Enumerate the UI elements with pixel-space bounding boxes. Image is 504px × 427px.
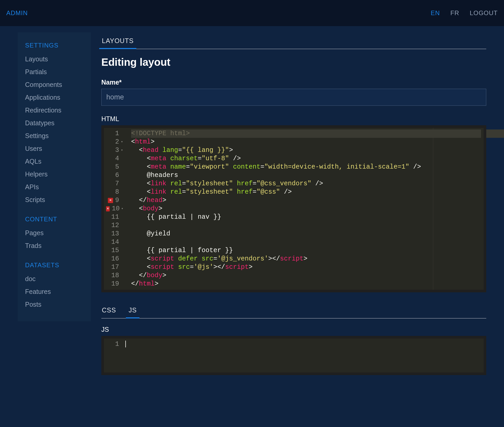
sidebar-item-doc[interactable]: doc	[25, 272, 84, 285]
sidebar-item-pages[interactable]: Pages	[25, 227, 84, 239]
error-icon: ✕	[108, 198, 113, 203]
tab-js[interactable]: JS	[128, 304, 137, 318]
sidebar-item-applications[interactable]: Applications	[25, 91, 84, 104]
sidebar-item-aqls[interactable]: AQLs	[25, 155, 84, 168]
error-icon: ✕	[106, 206, 110, 211]
topbar: ADMIN EN FR LOGOUT	[0, 0, 504, 26]
js-editor-code[interactable]	[122, 339, 484, 372]
sidebar-item-redirections[interactable]: Redirections	[25, 104, 84, 117]
fold-icon[interactable]: ▾	[121, 138, 123, 146]
sidebar-item-features[interactable]: Features	[25, 285, 84, 298]
sidebar-item-partials[interactable]: Partials	[25, 66, 84, 78]
print-margin	[433, 128, 433, 290]
sidebar-item-datatypes[interactable]: Datatypes	[25, 117, 84, 129]
sidebar-group-title: SETTINGS	[25, 42, 84, 49]
tab-layouts[interactable]: LAYOUTS	[101, 34, 134, 49]
name-label: Name*	[101, 79, 486, 86]
sidebar-item-trads[interactable]: Trads	[25, 239, 84, 252]
top-tabs: LAYOUTS	[101, 34, 486, 49]
sidebar-group-title: DATASETS	[25, 262, 84, 269]
js-editor[interactable]: 1	[101, 336, 486, 375]
lang-en[interactable]: EN	[431, 9, 440, 17]
main: LAYOUTS Editing layout Name* HTML 12▾3▾4…	[101, 32, 498, 375]
sidebar-group-title: CONTENT	[25, 216, 84, 223]
logout-link[interactable]: LOGOUT	[470, 9, 498, 17]
sidebar-item-posts[interactable]: Posts	[25, 298, 84, 311]
cursor-icon	[125, 341, 126, 347]
topnav: EN FR LOGOUT	[431, 9, 498, 17]
lang-fr[interactable]: FR	[450, 9, 459, 17]
html-editor[interactable]: 12▾3▾45678✕9✕10▾111213141516171819 <!DOC…	[101, 125, 486, 292]
fold-icon[interactable]: ▾	[121, 205, 123, 213]
sidebar-item-scripts[interactable]: Scripts	[25, 193, 84, 206]
sidebar-item-settings[interactable]: Settings	[25, 129, 84, 142]
editor-code[interactable]: <!DOCTYPE html><html> <head lang="{{ lan…	[126, 128, 484, 290]
js-label: JS	[101, 326, 486, 333]
sidebar-item-apis[interactable]: APIs	[25, 181, 84, 193]
name-input[interactable]	[101, 89, 486, 106]
js-editor-gutter: 1	[104, 339, 122, 372]
sidebar-item-helpers[interactable]: Helpers	[25, 168, 84, 181]
tab-css[interactable]: CSS	[101, 304, 116, 318]
html-label: HTML	[101, 115, 486, 123]
editor-gutter: 12▾3▾45678✕9✕10▾111213141516171819	[104, 128, 126, 290]
sidebar-item-layouts[interactable]: Layouts	[25, 53, 84, 66]
page-title: Editing layout	[101, 56, 486, 68]
sidebar: SETTINGSLayoutsPartialsComponentsApplica…	[18, 32, 91, 321]
fold-icon[interactable]: ▾	[121, 146, 123, 155]
sidebar-item-users[interactable]: Users	[25, 142, 84, 155]
brand-link[interactable]: ADMIN	[6, 9, 28, 17]
sub-tabs: CSSJS	[101, 304, 486, 318]
sidebar-item-components[interactable]: Components	[25, 78, 84, 91]
